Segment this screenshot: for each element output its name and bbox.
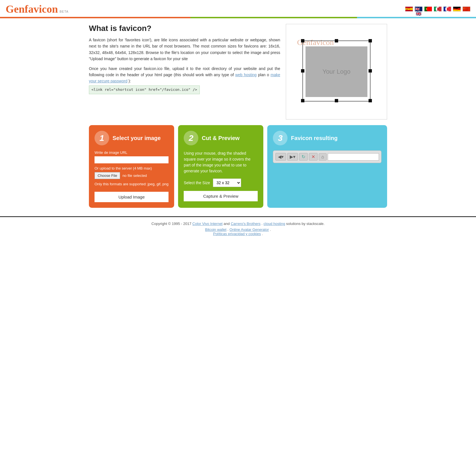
svg-rect-1: [301, 39, 304, 42]
svg-rect-2: [335, 39, 338, 42]
step3-number: 3: [273, 131, 288, 145]
logo-text: Genfavicon: [6, 3, 58, 15]
bitcoin-wallet-link[interactable]: Bitcoin wallet: [205, 227, 226, 232]
intro-text: What is favicon? A favicon (short for 'f…: [89, 24, 280, 119]
bar-orange: [0, 17, 190, 18]
svg-rect-0: [303, 41, 370, 101]
browser-mock: ◀▾ ▶▾ ↻ ✕ ⌂: [273, 150, 381, 163]
step1-box: 1 Select your image Write de image URL O…: [89, 125, 174, 208]
carreros-link[interactable]: Carrero's Brothers: [231, 222, 261, 226]
footer-links-line: Bitcoin wallet . Online Avatar Generator…: [5, 227, 471, 236]
description-block: A favicon (short for 'favorites icon'), …: [89, 37, 280, 94]
paragraph2: Once you have created your favicon.ico f…: [89, 66, 280, 94]
bar-green: [190, 17, 357, 18]
step1-header: 1 Select your image: [95, 131, 169, 145]
footer: Copyright © 1995 - 2017 Color Vivo Inter…: [0, 217, 476, 242]
capture-preview-button[interactable]: Capture & Preview: [184, 191, 258, 201]
url-label: Write de image URL: [95, 150, 169, 155]
size-label: Select the Size: [184, 181, 210, 185]
code-snippet: <link rel="shortcut icon" href="/favicon…: [89, 85, 200, 94]
steps-section: 1 Select your image Write de image URL O…: [83, 125, 393, 213]
svg-rect-7: [335, 99, 338, 102]
step2-box: 2 Cut & Preview Using your mouse, drag t…: [178, 125, 263, 208]
format-note: Only this formats are supported: jpeg, g…: [95, 182, 169, 186]
svg-rect-3: [369, 39, 372, 42]
bar-blue: [357, 17, 476, 18]
browser-back-button[interactable]: ◀▾: [275, 153, 286, 161]
logo-area: Genfavicon BETA: [6, 3, 69, 15]
preview-container: Genfavicon Your Logo: [294, 32, 379, 111]
svg-rect-8: [369, 99, 372, 102]
flag-germany[interactable]: 🇩🇪: [453, 6, 461, 12]
footer-dot3: .: [270, 227, 271, 232]
footer-dot4: .: [262, 232, 263, 236]
footer-dot2: .: [228, 227, 230, 232]
step2-number: 2: [184, 131, 198, 145]
header: Genfavicon BETA 🇪🇸 🇬🇧 🇵🇹 🇮🇹 🇫🇷 🇩🇪 🇨🇳: [0, 0, 476, 15]
choose-file-button[interactable]: Choose File: [95, 172, 120, 179]
cut-description: Using your mouse, drag the shaded square…: [184, 150, 258, 174]
politicas-link[interactable]: Políticas privacidad y cookies: [213, 232, 261, 236]
file-upload-row: Choose File no file selected: [95, 172, 169, 179]
color-vivo-link[interactable]: Color Vivo Internet: [192, 222, 223, 226]
step3-header: 3 Favicon resulting: [273, 131, 381, 145]
main-content: What is favicon? A favicon (short for 'f…: [83, 18, 393, 125]
footer-dot1: .: [262, 222, 264, 226]
logo-beta: BETA: [60, 10, 69, 13]
step2-header: 2 Cut & Preview: [184, 131, 258, 145]
size-row: Select the Size 16 x 16 32 x 32 48 x 48 …: [184, 179, 258, 187]
footer-copyright-line: Copyright © 1995 - 2017 Color Vivo Inter…: [5, 222, 471, 226]
browser-forward-button[interactable]: ▶▾: [287, 153, 298, 161]
no-file-text: no file selected: [122, 173, 147, 178]
footer-suffix: solutions by stackscale.: [286, 222, 325, 226]
web-hosting-link[interactable]: web hosting: [235, 73, 257, 77]
browser-refresh-button[interactable]: ↻: [299, 153, 308, 161]
step3-box: 3 Favicon resulting ◀▾ ▶▾ ↻ ✕ ⌂: [267, 125, 387, 208]
footer-and: and: [224, 222, 231, 226]
svg-rect-6: [301, 99, 304, 102]
size-select[interactable]: 16 x 16 32 x 32 48 x 48 64 x 64 128 x 12…: [213, 179, 241, 187]
flag-china[interactable]: 🇨🇳: [462, 6, 470, 12]
browser-home-button[interactable]: ⌂: [319, 153, 327, 161]
step2-title: Cut & Preview: [202, 135, 239, 141]
flag-uk[interactable]: 🇬🇧: [415, 6, 423, 12]
para2-end: ):: [129, 79, 131, 83]
svg-rect-4: [301, 69, 304, 73]
color-bars: [0, 17, 476, 18]
paragraph1: A favicon (short for 'favorites icon'), …: [89, 37, 280, 62]
browser-address-bar[interactable]: [328, 153, 379, 161]
upload-label: Or upload to the server (4 MB max): [95, 166, 169, 170]
upload-image-button[interactable]: Upload Image: [95, 192, 169, 202]
flag-france[interactable]: 🇫🇷: [443, 6, 451, 12]
avatar-generator-link[interactable]: Online Avatar Generator: [230, 227, 269, 232]
copyright-text: Copyright © 1995 - 2017: [151, 222, 191, 226]
page-heading: What is favicon?: [89, 24, 280, 33]
flag-portugal[interactable]: 🇵🇹: [424, 6, 432, 12]
browser-toolbar: ◀▾ ▶▾ ↻ ✕ ⌂: [275, 153, 379, 161]
cloud-hosting-link[interactable]: cloud hosting: [264, 222, 285, 226]
step1-title: Select your image: [113, 135, 161, 141]
flag-italy[interactable]: 🇮🇹: [434, 6, 442, 12]
crop-overlay-svg: [294, 32, 379, 111]
step1-number: 1: [95, 131, 109, 145]
flag-spain[interactable]: 🇪🇸: [405, 6, 413, 12]
browser-stop-button[interactable]: ✕: [309, 153, 318, 161]
flags-row: 🇪🇸 🇬🇧 🇵🇹 🇮🇹 🇫🇷 🇩🇪 🇨🇳: [405, 6, 470, 12]
svg-rect-5: [369, 69, 372, 73]
image-preview-box: Genfavicon Your Logo: [286, 24, 387, 119]
step3-title: Favicon resulting: [291, 135, 338, 141]
url-input[interactable]: [95, 156, 169, 163]
